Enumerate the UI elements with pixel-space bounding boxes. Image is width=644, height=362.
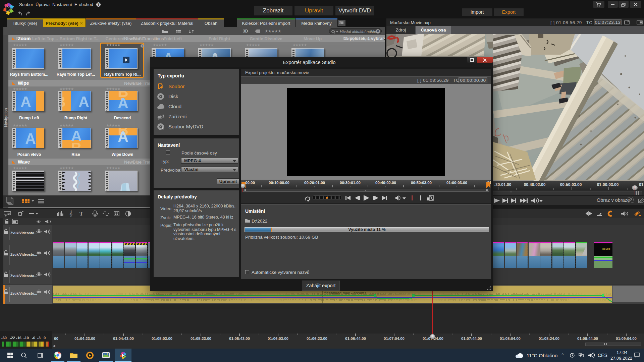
svg-text:T: T <box>79 211 83 217</box>
svg-text:+: + <box>339 20 341 23</box>
svg-text:𝄞: 𝄞 <box>69 210 72 217</box>
